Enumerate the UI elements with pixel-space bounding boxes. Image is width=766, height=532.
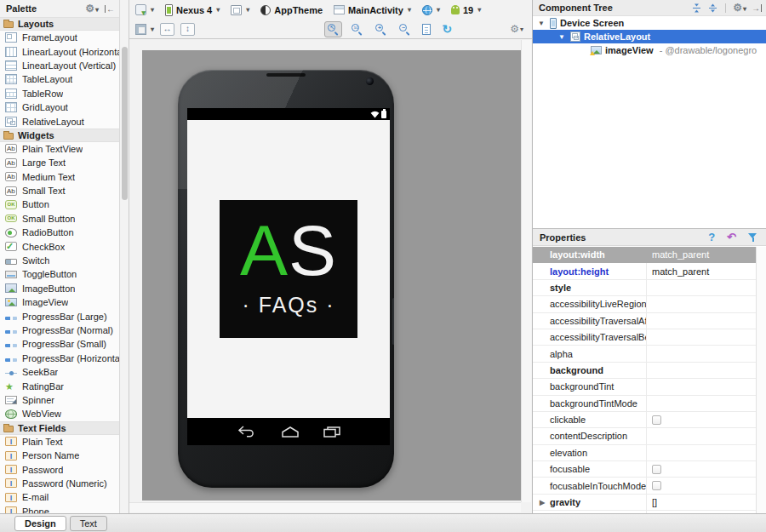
palette-item[interactable]: GridLayout [0,100,119,114]
device-screen[interactable]: AS · FAQs · [187,108,390,445]
collapse-all-icon[interactable] [707,3,718,14]
property-value-cell[interactable]: [] [646,495,756,510]
property-row[interactable]: layout:height match_parent [533,263,756,279]
zoom-to-fit-button[interactable] [324,21,342,37]
expander-icon[interactable]: ▼ [557,33,567,41]
palette-item[interactable]: ImageButton [0,282,119,295]
palette-item[interactable]: ProgressBar (Normal) [0,323,119,337]
property-value-cell[interactable]: match_parent [646,247,756,262]
property-value-cell[interactable] [646,445,756,460]
palette-settings-button[interactable]: ⚙▾ [85,3,99,14]
design-surface[interactable]: AS · FAQs · [129,40,532,513]
help-icon[interactable]: ? [708,231,715,243]
property-value-cell[interactable] [646,412,756,427]
palette-item[interactable]: Small Button [0,212,119,226]
property-value-cell[interactable] [646,428,756,443]
app-content-area[interactable]: AS · FAQs · [187,120,390,418]
tab-design[interactable]: Design [14,516,66,531]
stretch-vertical-button[interactable]: ↕ [180,23,195,36]
expander-icon[interactable]: ▶ [540,499,550,506]
hide-panel-icon[interactable]: → [752,3,762,13]
tree-settings-button[interactable]: ⚙▾ [733,3,746,13]
canvas-horizontal-scrollbar[interactable] [129,502,521,512]
property-row[interactable]: accessibilityTraversalBefore [533,329,756,346]
palette-item[interactable]: E-mail [0,490,119,504]
expand-all-icon[interactable] [691,3,702,14]
palette-item[interactable]: FrameLayout [0,31,119,44]
property-value-cell[interactable] [646,363,756,378]
property-row[interactable]: elevation [533,445,756,461]
property-value-cell[interactable] [646,296,756,312]
revert-icon[interactable]: ↶ [727,231,736,243]
palette-item[interactable]: Large Text [0,156,119,169]
palette-item[interactable]: Password (Numeric) [0,477,119,490]
dock-panel-icon[interactable]: ← [105,4,115,14]
property-row[interactable]: focusable [533,461,756,478]
property-row[interactable]: accessibilityTraversalAfter [533,313,756,329]
logo-imageview[interactable]: AS · FAQs · [220,200,357,338]
property-row[interactable]: clickable [533,412,756,428]
property-value-cell[interactable] [646,461,756,477]
tree-row[interactable]: imageView - @drawable/logonegro [533,43,766,57]
orientation-selector[interactable]: ▾ [231,5,249,15]
expander-icon[interactable]: ▼ [536,20,546,27]
preview-button[interactable] [420,22,433,37]
zoom-in-button[interactable] [372,21,390,37]
checkbox[interactable] [652,415,661,425]
palette-item[interactable]: Medium Text [0,170,119,184]
palette-item[interactable]: Small Text [0,184,119,197]
theme-selector[interactable]: AppTheme [260,5,323,15]
refresh-button[interactable]: ↻ [439,21,454,37]
property-row[interactable]: style [533,280,756,296]
checkbox[interactable] [652,465,661,474]
palette-item[interactable]: SeekBar [0,365,119,379]
property-row[interactable]: backgroundTintMode [533,396,756,412]
palette-item[interactable]: Button [0,197,119,211]
property-value-cell[interactable] [646,396,756,411]
property-row[interactable]: background [533,363,756,379]
zoom-fit-options-button[interactable]: ▾ [135,24,154,35]
palette-item[interactable]: Phone [0,505,119,514]
tree-row[interactable]: ▼ Device Screen [533,16,766,30]
property-value-cell[interactable] [646,329,756,345]
palette-item[interactable]: Plain TextView [0,142,119,156]
api-level-selector[interactable]: 19 ▾ [451,5,481,15]
palette-item[interactable]: Password [0,462,119,476]
palette-section-header[interactable]: Layouts [0,17,119,31]
palette-section-header[interactable]: Widgets [0,129,119,142]
palette-item[interactable]: Spinner [0,393,119,407]
palette-item[interactable]: ToggleButton [0,267,119,281]
properties-scrollbar[interactable] [756,247,766,532]
checkbox[interactable] [652,481,661,490]
palette-item[interactable]: ProgressBar (Large) [0,309,119,323]
palette-item[interactable]: ImageView [0,295,119,309]
palette-item[interactable]: CheckBox [0,239,119,253]
palette-scrollbar-thumb[interactable] [122,47,128,200]
palette-item[interactable]: ProgressBar (Horizontal) [0,352,119,365]
property-value-cell[interactable]: match_parent [646,263,756,278]
editor-settings-button[interactable]: ⚙▾ [507,22,526,36]
tab-text[interactable]: Text [70,516,107,531]
property-row[interactable]: backgroundTint [533,379,756,395]
property-value-cell[interactable] [646,379,756,394]
palette-item[interactable]: Person Name [0,449,119,462]
locale-selector[interactable]: ▾ [422,5,440,15]
stretch-horizontal-button[interactable]: ↔ [160,23,174,36]
activity-selector[interactable]: MainActivity ▾ [334,5,411,15]
tree-row[interactable]: ▼ RelativeLayout [533,30,766,43]
palette-item[interactable]: TableRow [0,87,119,100]
zoom-out-button[interactable] [396,21,414,37]
property-row[interactable]: alpha [533,346,756,362]
palette-item[interactable]: LinearLayout (Horizontal) [0,44,119,58]
palette-item[interactable]: RadioButton [0,226,119,239]
filter-icon[interactable] [748,232,757,242]
palette-item[interactable]: RelativeLayout [0,114,119,128]
property-row[interactable]: layout:width match_parent [533,247,756,263]
property-row[interactable]: focusableInTouchMode [533,478,756,494]
palette-item[interactable]: WebView [0,407,119,420]
palette-item[interactable]: Plain Text [0,435,119,449]
palette-item[interactable]: RatingBar [0,379,119,392]
palette-item[interactable]: ProgressBar (Small) [0,337,119,351]
palette-item[interactable]: TableLayout [0,72,119,86]
property-value-cell[interactable] [646,478,756,493]
